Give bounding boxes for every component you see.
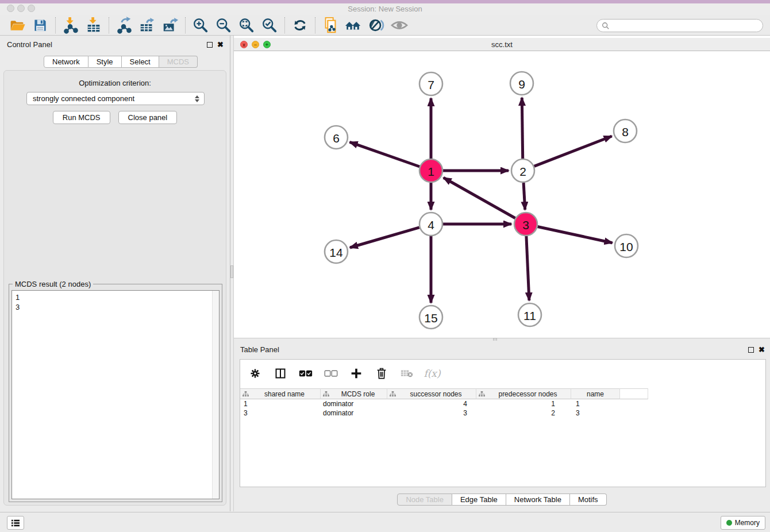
table-cell: 2 bbox=[476, 408, 571, 418]
table-row[interactable]: 3dominator323 bbox=[240, 408, 765, 418]
graph-edge-3-11[interactable] bbox=[526, 236, 529, 300]
zoom-selected-icon[interactable] bbox=[258, 16, 281, 34]
deselect-all-icon[interactable] bbox=[324, 367, 338, 380]
zoom-fit-icon[interactable] bbox=[235, 16, 258, 34]
tab-node-table[interactable]: Node Table bbox=[397, 494, 452, 506]
app-title: Session: New Session bbox=[0, 3, 770, 15]
import-network-icon[interactable] bbox=[59, 16, 82, 34]
network-maximize-icon[interactable]: + bbox=[263, 41, 271, 48]
svg-text:15: 15 bbox=[424, 311, 437, 325]
hide-selected-icon[interactable] bbox=[365, 16, 388, 34]
select-all-icon[interactable] bbox=[299, 367, 313, 380]
export-table-icon[interactable] bbox=[136, 16, 159, 34]
minimize-traffic-light[interactable] bbox=[17, 5, 25, 12]
graph-node-15[interactable]: 15 bbox=[419, 306, 442, 329]
table-cell: 3 bbox=[571, 408, 620, 418]
network-minimize-icon[interactable]: − bbox=[252, 41, 259, 48]
show-all-icon[interactable] bbox=[388, 16, 411, 34]
delete-table-icon bbox=[400, 367, 414, 380]
split-view-icon[interactable] bbox=[274, 367, 287, 380]
close-panel-button[interactable]: Close panel bbox=[118, 111, 178, 124]
refresh-icon[interactable] bbox=[288, 16, 311, 34]
graph-node-11[interactable]: 11 bbox=[518, 303, 541, 326]
graph-edge-4-14[interactable] bbox=[350, 228, 419, 248]
optimization-criterion-label: Optimization criterion: bbox=[4, 79, 226, 87]
table-panel-title: Table Panel bbox=[240, 345, 279, 354]
svg-text:2: 2 bbox=[519, 165, 526, 178]
network-view-window: x − + scc.txt 7968124314101511 bbox=[234, 36, 770, 341]
graph-edge-3-10[interactable] bbox=[538, 227, 613, 243]
import-table-icon[interactable] bbox=[82, 16, 105, 34]
graph-node-7[interactable]: 7 bbox=[419, 72, 442, 95]
graph-edge-2-8[interactable] bbox=[534, 136, 612, 166]
zoom-in-icon[interactable] bbox=[189, 16, 212, 34]
search-icon bbox=[602, 22, 610, 30]
save-session-icon[interactable] bbox=[29, 16, 52, 34]
run-mcds-button[interactable]: Run MCDS bbox=[53, 111, 110, 124]
table-close-icon[interactable]: ✖ bbox=[759, 345, 765, 354]
graph-node-4[interactable]: 4 bbox=[419, 213, 442, 236]
table-cell: 1 bbox=[240, 399, 321, 408]
export-network-icon[interactable] bbox=[113, 16, 136, 34]
task-history-button[interactable] bbox=[7, 516, 24, 530]
close-traffic-light[interactable] bbox=[7, 5, 14, 12]
network-graph: 7968124314101511 bbox=[234, 51, 770, 338]
delete-row-icon[interactable] bbox=[375, 367, 388, 380]
graph-node-6[interactable]: 6 bbox=[325, 126, 348, 149]
svg-text:4: 4 bbox=[428, 218, 434, 232]
graph-edge-2-3[interactable] bbox=[523, 183, 525, 210]
graph-edge-3-1[interactable] bbox=[444, 178, 515, 218]
tab-select[interactable]: Select bbox=[122, 56, 159, 68]
task-list-icon bbox=[11, 519, 20, 527]
tab-mcds[interactable]: MCDS bbox=[159, 56, 198, 68]
node-table-header: shared nameMCDS rolesuccessor nodesprede… bbox=[240, 388, 648, 399]
memory-button[interactable]: Memory bbox=[721, 516, 765, 530]
column-header-MCDS-role[interactable]: MCDS role bbox=[321, 388, 387, 399]
column-header-successor-nodes[interactable]: successor nodes bbox=[387, 388, 476, 399]
graph-node-10[interactable]: 10 bbox=[615, 234, 638, 257]
svg-text:11: 11 bbox=[523, 309, 536, 322]
graph-node-2[interactable]: 2 bbox=[511, 159, 534, 182]
table-row[interactable]: 1dominator411 bbox=[240, 399, 765, 408]
tab-motifs[interactable]: Motifs bbox=[570, 494, 607, 506]
graph-edge-2-9[interactable] bbox=[522, 98, 522, 159]
graph-node-9[interactable]: 9 bbox=[510, 72, 533, 95]
tab-edge-table[interactable]: Edge Table bbox=[452, 494, 506, 506]
splitter-handle[interactable] bbox=[230, 265, 233, 278]
column-header-shared-name[interactable]: shared name bbox=[240, 388, 321, 399]
result-line: 3 bbox=[16, 302, 215, 312]
network-canvas: 7968124314101511 bbox=[234, 51, 770, 338]
toolbar-separator bbox=[109, 17, 109, 33]
panel-splitter[interactable] bbox=[230, 36, 234, 511]
clone-network-icon[interactable] bbox=[319, 16, 342, 34]
tab-network[interactable]: Network bbox=[44, 56, 88, 68]
graph-node-14[interactable]: 14 bbox=[325, 240, 348, 263]
node-table-container: f(x) shared nameMCDS rolesuccessor nodes… bbox=[240, 359, 766, 487]
zoom-out-icon[interactable] bbox=[212, 16, 235, 34]
graph-node-8[interactable]: 8 bbox=[614, 119, 637, 142]
mcds-result-title: MCDS result (2 nodes) bbox=[13, 280, 93, 288]
network-close-icon[interactable]: x bbox=[240, 41, 248, 48]
status-bar: Memory bbox=[0, 512, 770, 532]
maximize-traffic-light[interactable] bbox=[28, 5, 35, 12]
gear-icon[interactable] bbox=[248, 367, 262, 380]
open-session-icon[interactable] bbox=[6, 16, 29, 34]
search-input[interactable] bbox=[613, 22, 750, 30]
first-neighbors-icon[interactable] bbox=[342, 16, 365, 34]
table-float-icon[interactable] bbox=[748, 347, 754, 353]
graph-node-3[interactable]: 3 bbox=[514, 213, 537, 236]
add-row-icon[interactable] bbox=[349, 367, 363, 380]
float-panel-icon[interactable] bbox=[207, 42, 213, 48]
export-image-icon[interactable] bbox=[159, 16, 182, 34]
optimization-criterion-dropdown[interactable]: strongly connected component bbox=[26, 92, 205, 105]
close-panel-icon[interactable]: ✖ bbox=[217, 40, 224, 49]
result-scrollbar[interactable] bbox=[212, 291, 219, 499]
mcds-result-group: MCDS result (2 nodes) 13 bbox=[9, 284, 222, 502]
column-header-predecessor-nodes[interactable]: predecessor nodes bbox=[476, 388, 571, 399]
search-field[interactable] bbox=[596, 19, 763, 32]
tab-style[interactable]: Style bbox=[88, 56, 122, 68]
graph-edge-1-6[interactable] bbox=[350, 142, 420, 167]
column-header-name[interactable]: name bbox=[571, 388, 620, 399]
graph-node-1[interactable]: 1 bbox=[419, 159, 442, 182]
tab-network-table[interactable]: Network Table bbox=[506, 494, 570, 506]
